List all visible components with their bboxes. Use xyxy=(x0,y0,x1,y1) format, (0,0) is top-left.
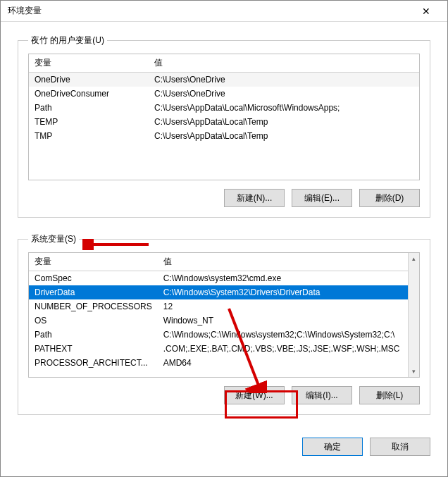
user-vars-group: 夜竹 的用户变量(U) 变量 值 OneDriveC:\Users\OneDri… xyxy=(18,35,430,218)
cell-value: AMD64 xyxy=(158,356,419,370)
cell-value: C:\Windows\system32\cmd.exe xyxy=(158,271,419,286)
cell-variable: NUMBER_OF_PROCESSORS xyxy=(29,299,158,314)
cancel-button[interactable]: 取消 xyxy=(370,438,430,456)
user-col-value[interactable]: 值 xyxy=(149,54,419,73)
system-vars-legend: 系统变量(S) xyxy=(28,233,79,245)
cell-variable: PATHEXT xyxy=(29,342,158,356)
sys-col-variable[interactable]: 变量 xyxy=(29,253,158,271)
system-scrollbar[interactable]: ▴ ▾ xyxy=(408,253,419,377)
titlebar: 环境变量 ✕ xyxy=(1,1,447,22)
cell-value: C:\Users\OneDrive xyxy=(149,73,419,87)
cell-variable: PROCESSOR_ARCHITECT... xyxy=(29,356,158,370)
scroll-up-icon[interactable]: ▴ xyxy=(409,253,419,264)
table-row[interactable]: ComSpecC:\Windows\system32\cmd.exe xyxy=(29,271,419,286)
client-area: 夜竹 的用户变量(U) 变量 值 OneDriveC:\Users\OneDri… xyxy=(1,22,447,476)
user-vars-table-wrap: 变量 值 OneDriveC:\Users\OneDriveOneDriveCo… xyxy=(28,54,420,180)
table-row[interactable]: PROCESSOR_ARCHITECT...AMD64 xyxy=(29,356,419,370)
table-row[interactable]: TEMPC:\Users\AppData\Local\Temp xyxy=(29,115,419,129)
table-row[interactable]: OneDriveConsumerC:\Users\OneDrive xyxy=(29,87,419,101)
cell-value: C:\Users\AppData\Local\Temp xyxy=(149,115,419,129)
window-title: 环境变量 xyxy=(8,5,412,17)
cell-value: 12 xyxy=(158,299,419,314)
ok-button[interactable]: 确定 xyxy=(302,438,363,456)
cell-variable: TEMP xyxy=(29,115,149,129)
table-row[interactable]: PathC:\Windows;C:\Windows\system32;C:\Wi… xyxy=(29,328,419,342)
cell-value: C:\Windows;C:\Windows\system32;C:\Window… xyxy=(158,328,419,342)
table-row[interactable]: DriverDataC:\Windows\System32\Drivers\Dr… xyxy=(29,285,419,299)
user-col-variable[interactable]: 变量 xyxy=(29,54,149,73)
cell-value: .COM;.EXE;.BAT;.CMD;.VBS;.VBE;.JS;.JSE;.… xyxy=(158,342,419,356)
table-row[interactable]: PathC:\Users\AppData\Local\Microsoft\Win… xyxy=(29,101,419,115)
dialog-buttons: 确定 取消 xyxy=(18,430,430,463)
cell-variable: OneDrive xyxy=(29,73,149,87)
cell-variable: ComSpec xyxy=(29,271,158,286)
user-vars-table[interactable]: 变量 值 OneDriveC:\Users\OneDriveOneDriveCo… xyxy=(29,54,419,143)
table-row[interactable]: TMPC:\Users\AppData\Local\Temp xyxy=(29,129,419,143)
user-edit-button[interactable]: 编辑(E)... xyxy=(292,189,352,207)
user-vars-legend: 夜竹 的用户变量(U) xyxy=(28,35,107,47)
cell-variable: TMP xyxy=(29,129,149,143)
system-vars-table-wrap: 变量 值 ComSpecC:\Windows\system32\cmd.exeD… xyxy=(28,252,420,378)
sys-col-value[interactable]: 值 xyxy=(158,253,419,271)
table-row[interactable]: NUMBER_OF_PROCESSORS12 xyxy=(29,299,419,314)
user-new-button[interactable]: 新建(N)... xyxy=(224,189,285,207)
cell-value: C:\Users\AppData\Local\Temp xyxy=(149,129,419,143)
system-vars-group: 系统变量(S) 变量 值 ComSpecC:\Windows\system32\… xyxy=(18,233,430,415)
user-delete-button[interactable]: 删除(D) xyxy=(359,189,420,207)
system-vars-table[interactable]: 变量 值 ComSpecC:\Windows\system32\cmd.exeD… xyxy=(29,253,419,370)
env-vars-dialog: 环境变量 ✕ 夜竹 的用户变量(U) 变量 值 OneDriveC:\Users… xyxy=(0,0,448,477)
table-row[interactable]: OneDriveC:\Users\OneDrive xyxy=(29,73,419,87)
cell-variable: OS xyxy=(29,314,158,328)
cell-value: C:\Users\AppData\Local\Microsoft\Windows… xyxy=(149,101,419,115)
cell-variable: DriverData xyxy=(29,285,158,299)
table-row[interactable]: OSWindows_NT xyxy=(29,314,419,328)
scroll-down-icon[interactable]: ▾ xyxy=(409,366,419,377)
cell-variable: OneDriveConsumer xyxy=(29,87,149,101)
cell-variable: Path xyxy=(29,328,158,342)
system-new-button[interactable]: 新建(W)... xyxy=(224,386,285,404)
cell-value: C:\Users\OneDrive xyxy=(149,87,419,101)
system-delete-button[interactable]: 删除(L) xyxy=(359,386,420,404)
table-row[interactable]: PATHEXT.COM;.EXE;.BAT;.CMD;.VBS;.VBE;.JS… xyxy=(29,342,419,356)
user-vars-buttons: 新建(N)... 编辑(E)... 删除(D) xyxy=(28,189,420,207)
cell-variable: Path xyxy=(29,101,149,115)
close-icon[interactable]: ✕ xyxy=(412,6,440,17)
system-edit-button[interactable]: 编辑(I)... xyxy=(292,386,352,404)
system-vars-buttons: 新建(W)... 编辑(I)... 删除(L) xyxy=(28,386,420,404)
cell-value: C:\Windows\System32\Drivers\DriverData xyxy=(158,285,419,299)
cell-value: Windows_NT xyxy=(158,314,419,328)
